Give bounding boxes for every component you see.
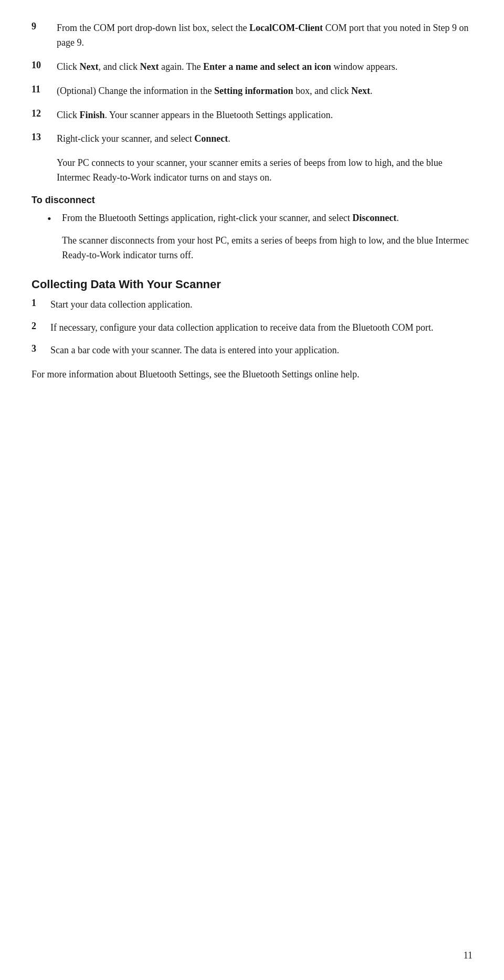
step-13-text: Right-click your scanner, and select Con… — [57, 132, 472, 146]
footer-text: For more information about Bluetooth Set… — [32, 367, 472, 382]
step-12-text: Click Finish. Your scanner appears in th… — [57, 108, 472, 123]
step-11-block: 11 (Optional) Change the information in … — [32, 84, 472, 99]
step-11-number: 11 — [32, 84, 57, 95]
step-13-indent: Your PC connects to your scanner, your s… — [57, 156, 472, 185]
collecting-step-3-number: 3 — [32, 343, 50, 354]
step-9-number: 9 — [32, 21, 57, 32]
step-11-text: (Optional) Change the information in the… — [57, 84, 472, 99]
step-12-number: 12 — [32, 108, 57, 119]
disconnect-sub-text: The scanner disconnects from your host P… — [62, 234, 472, 263]
collecting-step-1-block: 1 Start your data collection application… — [32, 298, 472, 312]
collecting-step-3-text: Scan a bar code with your scanner. The d… — [50, 343, 472, 358]
step-13-block: 13 Right-click your scanner, and select … — [32, 132, 472, 146]
step-9-block: 9 From the COM port drop-down list box, … — [32, 21, 472, 50]
collecting-step-2-block: 2 If necessary, configure your data coll… — [32, 321, 472, 335]
page-number: 11 — [464, 950, 472, 961]
collecting-step-1-number: 1 — [32, 298, 50, 309]
bullet-symbol: • — [47, 211, 62, 227]
to-disconnect-label: To disconnect — [32, 195, 472, 206]
step-9-text: From the COM port drop-down list box, se… — [57, 21, 472, 50]
collecting-data-heading: Collecting Data With Your Scanner — [32, 278, 472, 291]
step-10-number: 10 — [32, 60, 57, 71]
step-10-block: 10 Click Next, and click Next again. The… — [32, 60, 472, 75]
step-10-text: Click Next, and click Next again. The En… — [57, 60, 472, 75]
collecting-step-3-block: 3 Scan a bar code with your scanner. The… — [32, 343, 472, 358]
collecting-step-1-text: Start your data collection application. — [50, 298, 472, 312]
content-area: 9 From the COM port drop-down list box, … — [32, 21, 472, 382]
collecting-step-2-number: 2 — [32, 321, 50, 332]
collecting-step-2-text: If necessary, configure your data collec… — [50, 321, 472, 335]
step-12-block: 12 Click Finish. Your scanner appears in… — [32, 108, 472, 123]
disconnect-bullet-text: From the Bluetooth Settings application,… — [62, 211, 472, 226]
step-13-number: 13 — [32, 132, 57, 143]
disconnect-bullet-block: • From the Bluetooth Settings applicatio… — [47, 211, 472, 227]
